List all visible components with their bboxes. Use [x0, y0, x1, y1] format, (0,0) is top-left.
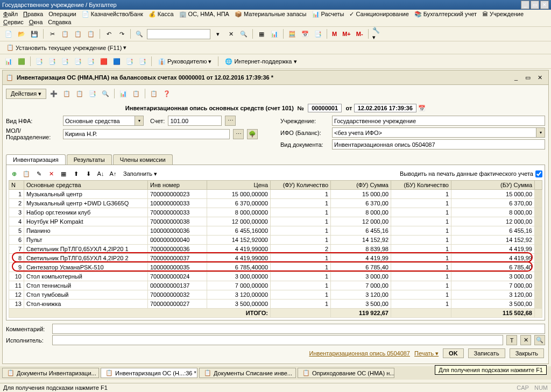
minimize-button[interactable]: _	[521, 1, 529, 9]
a8-icon[interactable]: 📋	[149, 88, 159, 99]
a6-icon[interactable]: 📊	[118, 88, 129, 99]
menu-operations[interactable]: Операции	[48, 11, 76, 18]
table-row[interactable]: 7Светильник ПрТЛГ0,65УХЛ 4,2IP20 1700000…	[9, 245, 542, 254]
tb1-icon[interactable]: 📊	[269, 28, 280, 39]
dropdown-icon[interactable]: ▾	[213, 28, 223, 39]
close-button[interactable]: ✕	[540, 1, 549, 9]
magnify-icon[interactable]: 🔍	[134, 28, 145, 39]
n2-icon[interactable]: 🟩	[16, 56, 27, 67]
find-icon[interactable]: 🔍	[238, 28, 249, 39]
sort-asc-icon[interactable]: A↓	[95, 168, 106, 179]
col-n[interactable]: N	[9, 181, 24, 190]
task-tab-2[interactable]: 📋 Инвентаризация ОС (Н...:36 *	[101, 368, 197, 378]
n3-icon[interactable]: 📑	[34, 56, 45, 67]
calc-icon[interactable]: 🧮	[287, 28, 298, 39]
table-row[interactable]: 9Синтезатор УсманаPSK-5101000000000356 7…	[9, 263, 542, 272]
save-icon[interactable]: 💾	[29, 28, 40, 39]
scroll-col[interactable]	[535, 181, 542, 190]
viddoc-combo[interactable]: Инвентаризационная опись 0504087	[332, 139, 545, 149]
table-row[interactable]: 4Ноутбук HP Kompakt70000000003812 000,00…	[9, 217, 542, 226]
new-icon[interactable]: 📄	[3, 28, 14, 39]
table-row[interactable]: 6Пульт00000000004014 152,92000114 152,92…	[9, 236, 542, 245]
table-row[interactable]: 13Стол-книжка7000000000273 500,0000013 5…	[9, 300, 542, 309]
tab-inventory[interactable]: Инвентаризация	[6, 154, 66, 165]
menu-treasury[interactable]: 📄 Казначейство/Банк	[82, 11, 143, 18]
menu-windows[interactable]: Окна	[29, 19, 43, 25]
cal-icon[interactable]: 📅	[300, 28, 310, 39]
schet-picker[interactable]: ⋯	[225, 116, 236, 126]
exec-x-btn[interactable]: ✕	[520, 335, 531, 345]
menu-accounting[interactable]: 📚 Бухгалтерский учет	[414, 11, 477, 18]
add-row-icon[interactable]: ⊕	[9, 168, 19, 179]
a1-icon[interactable]: ➕	[48, 88, 59, 99]
footer-link[interactable]: Инвентаризационная опись 0504087	[309, 350, 410, 357]
comment-input[interactable]	[52, 324, 545, 334]
cal-picker-icon[interactable]: 📅	[418, 105, 426, 111]
copy-icon[interactable]: 📋	[60, 28, 70, 39]
doc-max-icon[interactable]: ▭	[522, 72, 533, 83]
role-link[interactable]: 👔 Руководителю ▾	[155, 57, 215, 66]
table-row[interactable]: 10Стол компьютерный7000000000243 000,000…	[9, 272, 542, 281]
undo-icon[interactable]: ↶	[103, 28, 114, 39]
tab-members[interactable]: Члены комиссии	[113, 154, 173, 165]
table-row[interactable]: 2Музыкальный центр +DWD LG3665Q100000000…	[9, 199, 542, 208]
close-doc-button[interactable]: Закрыть	[510, 348, 544, 358]
sort-desc-icon[interactable]: A↑	[108, 168, 118, 179]
menu-help[interactable]: Справка	[48, 19, 71, 25]
table-row[interactable]: 8Светильник ПрТЛГ0,65УХЛ 4,2IP20 2700000…	[9, 254, 542, 263]
col-busum[interactable]: (БУ) Сумма	[451, 181, 535, 190]
exec-input[interactable]	[52, 335, 503, 345]
set-org-button[interactable]: 📋 Установить текущее учреждение (F11) ▾	[3, 43, 130, 52]
table-row[interactable]: 3Набор орг.техники клуб7000000000338 000…	[9, 208, 542, 217]
mol-combo[interactable]: Кирина Н.Р.	[63, 129, 230, 139]
doc-number[interactable]: 00000001	[308, 104, 342, 112]
cut-icon[interactable]: ✂	[47, 28, 58, 39]
task-tab-1[interactable]: 📋 Документы Инвентаризаци...	[2, 368, 99, 378]
copy-row-icon[interactable]: 📋	[21, 168, 32, 179]
menu-calc[interactable]: 📊 Расчеты	[312, 11, 344, 18]
exec-t-btn[interactable]: T	[506, 335, 517, 345]
fill-button[interactable]: Заполнить ▾	[120, 169, 160, 179]
maximize-button[interactable]: ▭	[531, 1, 539, 9]
uchr-combo[interactable]: Государственное учреждение	[332, 116, 545, 126]
table-row[interactable]: 12Стол тумбовый7000000000323 120,0000013…	[9, 290, 542, 300]
tab-results[interactable]: Результаты	[67, 154, 112, 165]
n6-icon[interactable]: 📑	[73, 56, 83, 67]
save-button[interactable]: Записать	[468, 348, 505, 358]
paste2-icon[interactable]: 📋	[86, 28, 96, 39]
tb2-icon[interactable]: 📑	[313, 28, 323, 39]
col-price[interactable]: Цена	[207, 181, 271, 190]
col-fuqty[interactable]: (ФУ) Количество	[271, 181, 331, 190]
print-check[interactable]: Выводить на печать данные фактического у…	[400, 170, 542, 177]
n10-icon[interactable]: 📑	[124, 56, 135, 67]
down-icon[interactable]: ⬇	[83, 168, 94, 179]
table-row[interactable]: 11Стол теннисный0000000001377 000,000001…	[9, 281, 542, 290]
doc-close-icon[interactable]: ✕	[534, 72, 545, 83]
ok-button[interactable]: OK	[443, 348, 464, 358]
a4-icon[interactable]: 📑	[87, 88, 98, 99]
menu-edit[interactable]: Правка	[23, 11, 43, 18]
col-fusum[interactable]: (ФУ) Сумма	[331, 181, 391, 190]
n7-icon[interactable]: 📑	[86, 56, 96, 67]
doc-min-icon[interactable]: _	[511, 72, 521, 83]
n1-icon[interactable]: 📊	[3, 56, 14, 67]
n9-icon[interactable]: 🟦	[111, 56, 122, 67]
col-buqty[interactable]: (БУ) Количество	[391, 181, 451, 190]
paste-icon[interactable]: 📋	[73, 28, 83, 39]
col-name[interactable]: Основные средства	[24, 181, 148, 190]
grid-icon[interactable]: ▦	[256, 28, 267, 39]
menu-os[interactable]: 🏢 ОС, НМА, НПА	[179, 11, 229, 18]
gt1-icon[interactable]: ▦	[58, 168, 69, 179]
menu-org[interactable]: 🏛 Учреждение	[482, 11, 524, 18]
menu-service[interactable]: Сервис	[3, 19, 24, 25]
table-row[interactable]: 5Пианино1000000000366 455,1600016 455,16…	[9, 226, 542, 236]
redo-icon[interactable]: ↷	[116, 28, 127, 39]
schet-combo[interactable]: 101.00	[168, 116, 222, 126]
mol-picker[interactable]: ⋯	[233, 129, 244, 139]
vid-nfa-combo[interactable]: Основные средства▾	[63, 116, 144, 126]
n11-icon[interactable]: 📑	[137, 56, 148, 67]
clear-icon[interactable]: ✕	[225, 28, 236, 39]
help-icon[interactable]: ❓	[161, 88, 172, 99]
a7-icon[interactable]: 📋	[131, 88, 142, 99]
open-icon[interactable]: 📂	[16, 28, 27, 39]
